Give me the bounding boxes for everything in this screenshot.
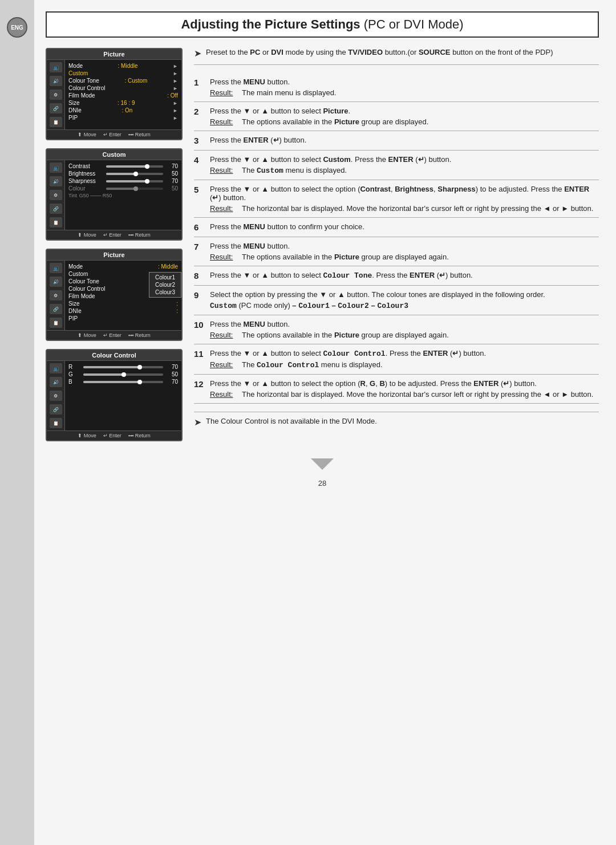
tv-menu-4: Colour Control 📺 🔊 ⚙ 🔗 📋 R xyxy=(46,349,183,441)
slider-brightness: Brightness 50 xyxy=(68,170,178,177)
step-10-instruction: Press the MENU button. xyxy=(210,320,599,328)
left-column: Picture 📺 🔊 ⚙ 🔗 📋 Mode : Midd xyxy=(46,48,183,441)
icon-1c: 📺 xyxy=(50,263,62,273)
tv-menu-2-body: 📺 🔊 ⚙ 🔗 📋 Contrast xyxy=(47,160,181,230)
icon-2d: 🔊 xyxy=(50,377,62,387)
step-12: 12 Press the ▼ or ▲ button to select the… xyxy=(194,375,599,404)
step-9-num: 9 xyxy=(194,290,204,300)
tv-menu-2-items: Contrast 70 Brightness xyxy=(65,160,181,230)
icon-4b: 🔗 xyxy=(50,204,62,214)
step-1-num: 1 xyxy=(194,78,204,87)
step-2: 2 Press the ▼ or ▲ button to select Pict… xyxy=(194,102,599,131)
step-8-num: 8 xyxy=(194,271,204,281)
eng-badge: ENG xyxy=(7,17,27,38)
tv-menu-2-header: Custom xyxy=(47,149,181,160)
tv-menu-1-header: Picture xyxy=(47,49,181,60)
step-2-result: Result: The options available in the Pic… xyxy=(210,117,599,126)
colour-submenu-popup: Colour1 Colour2 Colour3 xyxy=(149,272,181,298)
step-3-num: 3 xyxy=(194,136,204,145)
step-10: 10 Press the MENU button. Result: The op… xyxy=(194,315,599,344)
menu1-item-size: Size : 16 : 9 ► xyxy=(68,99,178,107)
result-text-5: The horizontal bar is displayed. Move th… xyxy=(242,204,593,213)
tv-menu-3-body: 📺 🔊 ⚙ 🔗 📋 Mode : Middle xyxy=(47,261,181,330)
result-label-5: Result: xyxy=(210,204,237,213)
menu1-item-colourcontrol: Colour Control ► xyxy=(68,84,178,92)
result-label-2: Result: xyxy=(210,117,237,126)
icon-4c: 🔗 xyxy=(50,304,62,314)
slider-g: G 50 xyxy=(68,371,178,378)
icon-2b: 🔊 xyxy=(50,176,62,186)
tv-menu-1-body: 📺 🔊 ⚙ 🔗 📋 Mode : Middle ► xyxy=(47,60,181,129)
step-4-result: Result: The Custom menu is displayed. xyxy=(210,166,599,175)
menu3-pip: PIP xyxy=(68,315,178,322)
step-9: 9 Select the option by pressing the ▼ or… xyxy=(194,286,599,315)
tv-menu-1-icons: 📺 🔊 ⚙ 🔗 📋 xyxy=(47,60,65,129)
step-1: 1 Press the MENU button. Result: The mai… xyxy=(194,73,599,102)
step-1-result: Result: The main menu is displayed. xyxy=(210,88,599,97)
footer-text: The Colour Control is not available in t… xyxy=(206,417,377,425)
slider-colour: Colour 50 xyxy=(68,185,178,192)
step-3: 3 Press the ENTER (↵) button. xyxy=(194,131,599,151)
brightness-slider xyxy=(106,173,163,175)
step-10-result: Result: The options available in the Pic… xyxy=(210,331,599,339)
step-5-num: 5 xyxy=(194,185,204,194)
step-2-content: Press the ▼ or ▲ button to select Pictur… xyxy=(210,107,599,126)
result-label-11: Result: xyxy=(210,360,237,369)
step-7: 7 Press the MENU button. Result: The opt… xyxy=(194,237,599,266)
intro-text: Preset to the PC or DVI mode by using th… xyxy=(206,48,553,56)
colour-slider xyxy=(106,188,163,190)
menu2-item-tint: Tint G50 ─── R50 xyxy=(68,192,178,199)
step-7-result: Result: The options available in the Pic… xyxy=(210,253,599,261)
g-slider xyxy=(83,373,163,376)
step-4-instruction: Press the ▼ or ▲ button to select Custom… xyxy=(210,155,599,164)
tv-menu-3-icons: 📺 🔊 ⚙ 🔗 📋 xyxy=(47,261,65,330)
result-text-11: The Colour Control menu is displayed. xyxy=(242,360,383,369)
menu3-mode: Mode : Middle xyxy=(68,263,178,270)
r-slider xyxy=(83,366,163,368)
result-text-1: The main menu is displayed. xyxy=(242,88,336,97)
tv-menu-4-footer: ⬆ Move ↵ Enter ▪▪▪ Return xyxy=(47,430,181,440)
step-4-content: Press the ▼ or ▲ button to select Custom… xyxy=(210,155,599,175)
page: ENG Adjusting the Picture Settings (PC o… xyxy=(0,0,616,845)
step-8-instruction: Press the ▼ or ▲ button to select Colour… xyxy=(210,271,599,280)
step-12-num: 12 xyxy=(194,379,204,389)
menu3-dnie: DNIe : xyxy=(68,307,178,315)
step-7-num: 7 xyxy=(194,242,204,251)
tv-menu-4-header: Colour Control xyxy=(47,350,181,361)
step-11-instruction: Press the ▼ or ▲ button to select Colour… xyxy=(210,349,599,358)
tv-menu-2: Custom 📺 🔊 ⚙ 🔗 📋 Contrast xyxy=(46,148,183,241)
step-5: 5 Press the ▼ or ▲ button to select the … xyxy=(194,180,599,218)
icon-5: 📋 xyxy=(50,117,62,127)
step-1-instruction: Press the MENU button. xyxy=(210,78,599,86)
step-11-result: Result: The Colour Control menu is displ… xyxy=(210,360,599,369)
tv-menu-4-items: R 70 G xyxy=(65,361,181,430)
result-label-7: Result: xyxy=(210,253,237,261)
step-8: 8 Press the ▼ or ▲ button to select Colo… xyxy=(194,266,599,286)
step-11-content: Press the ▼ or ▲ button to select Colour… xyxy=(210,349,599,369)
footer-arrow: ➤ xyxy=(194,417,201,428)
step-4: 4 Press the ▼ or ▲ button to select Cust… xyxy=(194,151,599,180)
icon-3: ⚙ xyxy=(50,90,62,100)
menu1-item-filmmode: Film Mode : Off xyxy=(68,92,178,99)
icon-1: 📺 xyxy=(50,62,62,72)
step-12-content: Press the ▼ or ▲ button to select the op… xyxy=(210,379,599,399)
right-column: ➤ Preset to the PC or DVI mode by using … xyxy=(194,48,599,441)
bottom-triangle-icon xyxy=(311,458,334,470)
icon-3d: ⚙ xyxy=(50,391,62,401)
step-10-num: 10 xyxy=(194,320,204,330)
result-label-10: Result: xyxy=(210,331,237,339)
step-2-instruction: Press the ▼ or ▲ button to select Pictur… xyxy=(210,107,599,115)
result-label-12: Result: xyxy=(210,390,237,399)
step-9-content: Select the option by pressing the ▼ or ▲… xyxy=(210,290,599,310)
tv-menu-4-icons: 📺 🔊 ⚙ 🔗 📋 xyxy=(47,361,65,430)
step-7-content: Press the MENU button. Result: The optio… xyxy=(210,242,599,261)
tv-menu-1: Picture 📺 🔊 ⚙ 🔗 📋 Mode : Midd xyxy=(46,48,183,140)
step-11: 11 Press the ▼ or ▲ button to select Col… xyxy=(194,344,599,375)
icon-2: 🔊 xyxy=(50,76,62,86)
tv-menu-4-body: 📺 🔊 ⚙ 🔗 📋 R xyxy=(47,361,181,430)
popup-colour1: Colour1 xyxy=(155,274,175,281)
step-3-content: Press the ENTER (↵) button. xyxy=(210,136,599,144)
two-column-layout: Picture 📺 🔊 ⚙ 🔗 📋 Mode : Midd xyxy=(46,48,599,441)
page-title: Adjusting the Picture Settings (PC or DV… xyxy=(46,11,599,38)
tv-menu-3: Picture 📺 🔊 ⚙ 🔗 📋 Mode : Midd xyxy=(46,249,183,341)
